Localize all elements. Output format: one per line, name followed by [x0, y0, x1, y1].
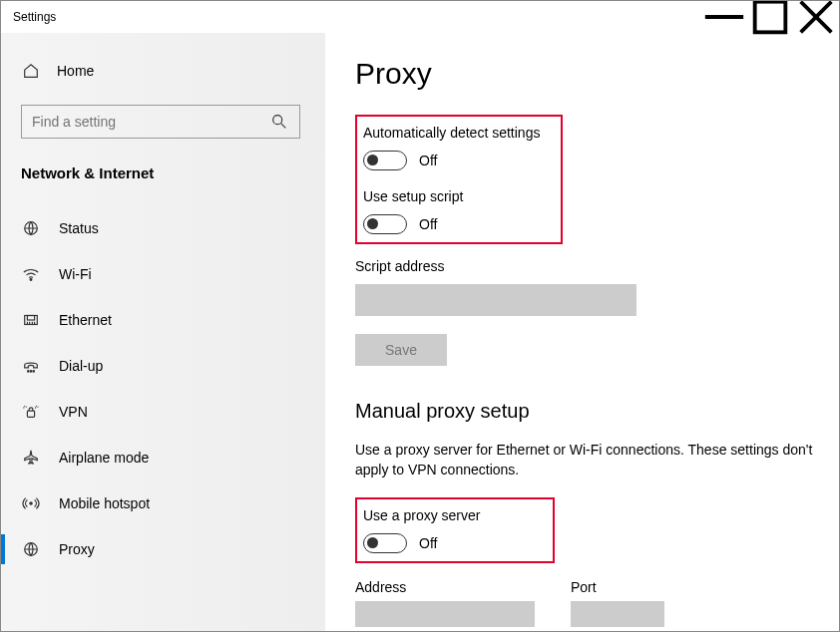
script-address-label: Script address — [355, 258, 809, 274]
window-controls — [701, 1, 839, 33]
minimize-button[interactable] — [701, 1, 747, 33]
sidebar-item-wifi[interactable]: Wi-Fi — [1, 251, 325, 297]
setup-script-toggle[interactable] — [363, 214, 407, 234]
save-button: Save — [355, 334, 447, 366]
sidebar-item-label: Status — [59, 220, 99, 236]
sidebar-item-hotspot[interactable]: Mobile hotspot — [1, 480, 325, 526]
section-heading: Network & Internet — [1, 158, 325, 205]
ethernet-icon — [21, 310, 41, 330]
sidebar-item-airplane[interactable]: Airplane mode — [1, 435, 325, 480]
maximize-button[interactable] — [747, 1, 793, 33]
svg-point-7 — [30, 279, 32, 281]
auto-detect-label: Automatically detect settings — [363, 125, 551, 141]
svg-point-4 — [273, 116, 282, 125]
address-input — [355, 601, 535, 627]
airplane-icon — [21, 448, 41, 468]
sidebar-item-ethernet[interactable]: Ethernet — [1, 297, 325, 343]
sidebar-item-dialup[interactable]: Dial-up — [1, 343, 325, 389]
highlight-box-auto: Automatically detect settings Off Use se… — [355, 115, 563, 244]
auto-detect-state: Off — [419, 153, 437, 168]
sidebar-item-status[interactable]: Status — [1, 205, 325, 251]
use-proxy-label: Use a proxy server — [363, 507, 543, 523]
address-label: Address — [355, 579, 535, 595]
search-icon — [269, 112, 289, 132]
auto-detect-toggle[interactable] — [363, 151, 407, 170]
script-address-input — [355, 284, 636, 316]
page-title: Proxy — [355, 57, 809, 91]
sidebar-item-label: Wi-Fi — [59, 266, 92, 282]
highlight-box-proxy: Use a proxy server Off — [355, 497, 555, 563]
manual-description: Use a proxy server for Ethernet or Wi-Fi… — [355, 441, 824, 479]
setup-script-state: Off — [419, 216, 437, 232]
svg-point-18 — [29, 501, 33, 505]
use-proxy-state: Off — [419, 535, 437, 551]
sidebar-item-label: Airplane mode — [59, 450, 149, 466]
sidebar-item-label: VPN — [59, 404, 88, 420]
port-input — [571, 601, 664, 627]
svg-rect-1 — [755, 2, 786, 33]
manual-heading: Manual proxy setup — [355, 400, 809, 423]
svg-point-15 — [30, 371, 31, 372]
proxy-icon — [21, 539, 41, 559]
svg-point-14 — [28, 371, 29, 372]
vpn-icon — [21, 402, 41, 422]
sidebar-item-label: Proxy — [59, 541, 95, 557]
svg-rect-9 — [27, 316, 34, 321]
sidebar-item-proxy[interactable]: Proxy — [1, 526, 325, 572]
sidebar-item-vpn[interactable]: VPN — [1, 389, 325, 435]
search-field[interactable] — [32, 114, 269, 130]
home-icon — [21, 61, 41, 81]
main-content: Proxy Automatically detect settings Off … — [325, 33, 839, 631]
hotspot-icon — [21, 493, 41, 513]
wifi-icon — [21, 264, 41, 284]
use-proxy-toggle[interactable] — [363, 533, 407, 553]
search-input[interactable] — [21, 105, 300, 139]
sidebar-item-label: Mobile hotspot — [59, 495, 150, 511]
setup-script-label: Use setup script — [363, 188, 551, 204]
status-icon — [21, 218, 41, 238]
svg-point-16 — [33, 371, 34, 372]
window-title: Settings — [1, 10, 701, 24]
home-nav[interactable]: Home — [1, 53, 325, 89]
sidebar-item-label: Ethernet — [59, 312, 112, 328]
sidebar: Home Network & Internet Status Wi-Fi — [1, 33, 325, 631]
svg-rect-17 — [27, 411, 34, 417]
svg-line-5 — [281, 124, 286, 129]
close-button[interactable] — [793, 1, 839, 33]
titlebar: Settings — [1, 1, 839, 33]
home-label: Home — [57, 63, 94, 79]
sidebar-item-label: Dial-up — [59, 358, 103, 374]
port-label: Port — [571, 579, 664, 595]
dialup-icon — [21, 356, 41, 376]
